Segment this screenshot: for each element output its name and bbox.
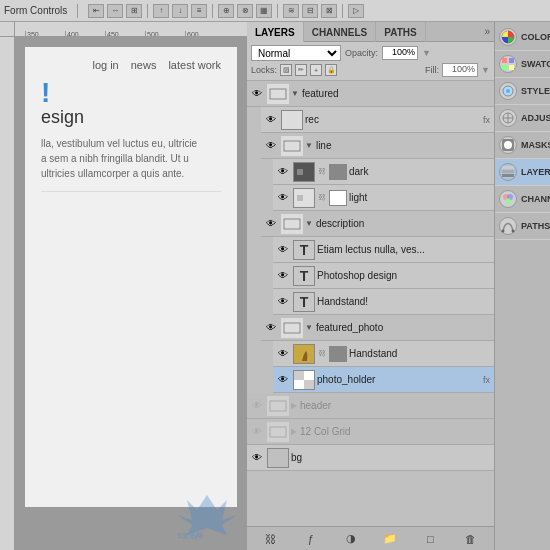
lock-paint-icon[interactable]: ✏ xyxy=(295,64,307,76)
right-sidebar-channels[interactable]: CHANN xyxy=(495,186,550,213)
right-sidebar-adjust[interactable]: ADJUS xyxy=(495,105,550,132)
lock-all-icon[interactable]: 🔒 xyxy=(325,64,337,76)
eye-icon-line[interactable]: 👁 xyxy=(263,138,279,154)
layer-item-line[interactable]: 👁 ▼ line xyxy=(261,133,494,159)
layer-item-text2[interactable]: 👁 T Photoshop design xyxy=(273,263,494,289)
eye-icon-12-col-grid[interactable]: 👁 xyxy=(249,424,265,440)
right-sidebar-swatches[interactable]: SWATC xyxy=(495,51,550,78)
layer-item-12-col-grid[interactable]: 👁 ▶ 12 Col Grid xyxy=(247,419,494,445)
toolbar-icon-1[interactable]: ⇤ xyxy=(88,4,104,18)
eye-icon-text2[interactable]: 👁 xyxy=(275,268,291,284)
toolbar-icon-9[interactable]: ▦ xyxy=(256,4,272,18)
eye-icon-text3[interactable]: 👁 xyxy=(275,294,291,310)
right-sidebar-styles[interactable]: STYLES xyxy=(495,78,550,105)
tab-layers[interactable]: LAYERS xyxy=(247,22,304,42)
ruler-h-marks: 350 400 450 500 600 xyxy=(15,22,247,37)
layer-item-featured-photo[interactable]: 👁 ▼ featured_photo xyxy=(261,315,494,341)
toolbar-separator-2 xyxy=(147,4,148,18)
eye-icon-photo-holder[interactable]: 👁 xyxy=(275,372,291,388)
eye-icon-description[interactable]: 👁 xyxy=(263,216,279,232)
delete-layer-icon[interactable]: 🗑 xyxy=(461,530,479,548)
eye-icon-bg[interactable]: 👁 xyxy=(249,450,265,466)
nav-news[interactable]: news xyxy=(131,59,157,71)
group-arrow-header[interactable]: ▶ xyxy=(291,401,297,410)
eye-icon-light[interactable]: 👁 xyxy=(275,190,291,206)
adjustment-layer-icon[interactable]: ◑ xyxy=(342,530,360,548)
nav-latest-work[interactable]: latest work xyxy=(168,59,221,71)
toolbar-separator-3 xyxy=(212,4,213,18)
thumb-light xyxy=(293,188,315,208)
toolbar-separator-1 xyxy=(77,4,78,18)
eye-icon-handstand[interactable]: 👁 xyxy=(275,346,291,362)
svg-rect-11 xyxy=(304,371,314,380)
locks-row: Locks: ▨ ✏ + 🔒 Fill: 100% ▼ xyxy=(251,63,490,77)
layer-item-bg[interactable]: 👁 bg xyxy=(247,445,494,471)
thumb-dark-mask xyxy=(329,164,347,180)
toolbar-icon-6[interactable]: ≡ xyxy=(191,4,207,18)
toolbar-icon-7[interactable]: ⊕ xyxy=(218,4,234,18)
mask-icon xyxy=(499,136,517,154)
layer-item-photo-holder[interactable]: 👁 photo_holder fx xyxy=(273,367,494,393)
svg-rect-1 xyxy=(270,89,286,99)
blend-mode-select[interactable]: Normal Multiply Screen xyxy=(251,45,341,61)
toolbar-icon-10[interactable]: ≋ xyxy=(283,4,299,18)
eye-icon-featured-photo[interactable]: 👁 xyxy=(263,320,279,336)
adjust-label: ADJUS xyxy=(521,113,550,123)
eye-icon-dark[interactable]: 👁 xyxy=(275,164,291,180)
ruler-v-svg xyxy=(0,37,15,527)
toolbar-icon-8[interactable]: ⊗ xyxy=(237,4,253,18)
main-area: @ 100% (RGB/8) * ✕ 350 400 450 500 600 xyxy=(0,22,550,550)
panel-tab-extra[interactable]: » xyxy=(484,22,494,41)
nav-login[interactable]: log in xyxy=(92,59,118,71)
eye-icon-text1[interactable]: 👁 xyxy=(275,242,291,258)
lock-position-icon[interactable]: + xyxy=(310,64,322,76)
eye-icon-featured[interactable]: 👁 xyxy=(249,86,265,102)
layer-item-dark[interactable]: 👁 ⛓ dark xyxy=(273,159,494,185)
paths-label: PATHS xyxy=(521,221,550,231)
link-layers-icon[interactable]: ⛓ xyxy=(262,530,280,548)
toolbar-icon-5[interactable]: ↓ xyxy=(172,4,188,18)
opacity-arrow[interactable]: ▼ xyxy=(422,48,431,58)
layer-item-featured[interactable]: 👁 ▼ featured xyxy=(247,81,494,107)
toolbar-icon-13[interactable]: ▷ xyxy=(348,4,364,18)
right-sidebar-color[interactable]: COLOR xyxy=(495,24,550,51)
opacity-value[interactable]: 100% xyxy=(382,46,418,60)
toolbar-icon-3[interactable]: ⊞ xyxy=(126,4,142,18)
layer-item-text1[interactable]: 👁 T Etiam lectus nulla, ves... xyxy=(273,237,494,263)
layer-item-text3[interactable]: 👁 T Handstand! xyxy=(273,289,494,315)
layer-item-handstand[interactable]: 👁 ⛓ Handstand xyxy=(273,341,494,367)
fill-value[interactable]: 100% xyxy=(442,63,478,77)
add-style-icon[interactable]: ƒ xyxy=(302,530,320,548)
svg-rect-7 xyxy=(284,219,300,229)
right-sidebar-paths[interactable]: PATHS xyxy=(495,213,550,240)
group-arrow-line[interactable]: ▼ xyxy=(305,141,313,150)
layer-item-description[interactable]: 👁 ▼ description xyxy=(261,211,494,237)
layer-fx-rec: fx xyxy=(483,115,490,125)
tab-channels[interactable]: CHANNELS xyxy=(304,22,377,42)
eye-icon-rec[interactable]: 👁 xyxy=(263,112,279,128)
toolbar-icon-11[interactable]: ⊟ xyxy=(302,4,318,18)
layer-item-header[interactable]: 👁 ▶ header xyxy=(247,393,494,419)
group-arrow-featured[interactable]: ▼ xyxy=(291,89,299,98)
thumb-bg xyxy=(267,448,289,468)
group-arrow-description[interactable]: ▼ xyxy=(305,219,313,228)
layer-item-rec[interactable]: 👁 rec fx xyxy=(261,107,494,133)
group-arrow-featured-photo[interactable]: ▼ xyxy=(305,323,313,332)
fill-arrow[interactable]: ▼ xyxy=(481,65,490,75)
tab-paths[interactable]: PATHS xyxy=(376,22,425,42)
eye-icon-header[interactable]: 👁 xyxy=(249,398,265,414)
group-arrow-12-col-grid[interactable]: ▶ xyxy=(291,427,297,436)
layer-name-light: light xyxy=(349,192,492,203)
new-layer-icon[interactable]: □ xyxy=(421,530,439,548)
color-label: COLOR xyxy=(521,32,550,42)
layer-item-light[interactable]: 👁 ⛓ light xyxy=(273,185,494,211)
body-text-line-3: ultricies ullamcorper a quis ante. xyxy=(41,166,221,181)
toolbar-icon-4[interactable]: ↑ xyxy=(153,4,169,18)
new-folder-icon[interactable]: 📁 xyxy=(381,530,399,548)
right-sidebar-layers[interactable]: LAYERS xyxy=(495,159,550,186)
lock-transparent-icon[interactable]: ▨ xyxy=(280,64,292,76)
canvas-nav: log in news latest work xyxy=(25,47,237,79)
toolbar-icon-12[interactable]: ⊠ xyxy=(321,4,337,18)
right-sidebar-masks[interactable]: MASKS xyxy=(495,132,550,159)
toolbar-icon-2[interactable]: ↔ xyxy=(107,4,123,18)
